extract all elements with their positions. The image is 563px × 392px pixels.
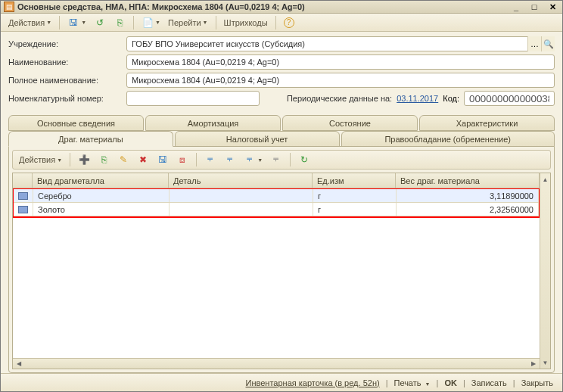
grid-clearfilter-button[interactable]: ⫧ [267, 151, 285, 168]
minimize-button[interactable]: _ [509, 2, 523, 12]
toolbar-save-button[interactable]: 🖫▼ [64, 14, 89, 31]
toolbar-report-button[interactable]: 📄▼ [138, 14, 163, 31]
periodic-date-link[interactable]: 03.11.2017 [397, 94, 438, 103]
titlebar: ▤ Основные средства, НМА, НПА: Микросхем… [1, 1, 562, 14]
toolbar-refresh-button[interactable]: ↺ [91, 14, 109, 31]
ok-button[interactable]: OK [441, 378, 460, 387]
name-field[interactable] [126, 54, 555, 70]
grid-refresh-button[interactable]: ↻ [295, 151, 313, 168]
help-button[interactable]: ? [281, 14, 297, 31]
grid: Вид драгметалла Деталь Ед.изм Вес драг. … [12, 173, 551, 369]
inventory-card-link[interactable]: Инвентарная карточка (в ред. 52н) [243, 378, 383, 387]
scroll-left-icon[interactable]: ◀ [14, 359, 23, 369]
row-icon [18, 192, 28, 200]
fullname-label: Полное наименование: [8, 76, 122, 85]
col-detail[interactable]: Деталь [169, 173, 313, 188]
tab-rights[interactable]: Правообладание (обременение) [341, 131, 555, 147]
grid-toggle-button[interactable]: ⧈ [173, 151, 191, 168]
tab-state[interactable]: Состояние [282, 115, 418, 131]
chevron-down-icon: ▼ [155, 20, 160, 25]
grid-filter2-button[interactable]: ⫧ [221, 151, 239, 168]
cell-unit: г [313, 189, 397, 202]
chevron-down-icon: ▼ [203, 20, 208, 25]
tabs: Основные сведения Амортизация Состояние … [1, 112, 562, 373]
col-icon[interactable] [13, 173, 33, 188]
window-title: Основные средства, НМА, НПА: Микросхема … [17, 2, 509, 11]
close-form-button[interactable]: Закрыть [518, 378, 556, 387]
select-button[interactable]: … [527, 36, 541, 51]
filter-icon: ⫧ [204, 154, 216, 166]
chevron-down-icon: ▼ [425, 381, 431, 387]
report-icon: 📄 [142, 17, 154, 29]
print-menu[interactable]: Печать ▼ [390, 378, 433, 387]
grid-rows: Серебро г 3,11890000 Золото г [13, 188, 540, 358]
chevron-down-icon: ▼ [81, 20, 86, 25]
delete-icon: ✖ [137, 154, 149, 166]
tab-row-2: Драг. материалы Налоговый учет Правообла… [8, 131, 555, 147]
goto-menu[interactable]: Перейти ▼ [165, 14, 211, 31]
org-field[interactable] [126, 36, 555, 51]
edit-icon: ✎ [117, 154, 129, 166]
scroll-right-icon[interactable]: ▶ [529, 359, 538, 369]
table-row[interactable]: Золото г 2,32560000 [14, 203, 539, 216]
grid-actions-menu[interactable]: Действия ▼ [16, 151, 65, 168]
col-unit[interactable]: Ед.изм [313, 173, 396, 188]
fullname-field[interactable] [126, 73, 555, 88]
cell-weight: 3,11890000 [397, 189, 539, 202]
tab-content: Действия ▼ ➕ ⎘ ✎ ✖ 🖫 ⧈ ⫧ ⫧ ⫧▼ ⫧ ↻ [8, 146, 555, 373]
filter-icon: ⫧ [224, 154, 236, 166]
actions-menu[interactable]: Действия ▼ [5, 14, 54, 31]
barcodes-button[interactable]: Штрихкоды [221, 14, 271, 31]
form-area: Учреждение: … 🔍 Наименование: Полное наи… [1, 32, 562, 112]
tab-main-info[interactable]: Основные сведения [8, 115, 144, 131]
row-icon [18, 206, 28, 213]
app-icon: ▤ [4, 2, 14, 12]
refresh-icon: ↻ [298, 154, 310, 166]
cell-unit: г [313, 203, 397, 216]
close-button[interactable]: ✕ [546, 2, 559, 12]
help-icon: ? [284, 17, 294, 28]
grid-toolbar: Действия ▼ ➕ ⎘ ✎ ✖ 🖫 ⧈ ⫧ ⫧ ⫧▼ ⫧ ↻ [12, 150, 551, 170]
cell-metal: Серебро [33, 189, 170, 202]
nomnum-label: Номенклатурный номер: [8, 94, 122, 103]
grid-add-button[interactable]: ➕ [75, 151, 93, 168]
nomnum-field[interactable] [126, 91, 260, 106]
filter-icon: ⫧ [244, 154, 256, 166]
code-label: Код: [443, 94, 459, 103]
maximize-button[interactable]: □ [527, 2, 541, 12]
tab-amortization[interactable]: Амортизация [145, 115, 281, 131]
cell-metal: Золото [33, 203, 170, 216]
grid-copy-button[interactable]: ⎘ [95, 151, 113, 168]
chevron-down-icon: ▼ [257, 157, 263, 163]
lookup-icon[interactable]: 🔍 [541, 36, 555, 51]
cell-detail [170, 203, 313, 216]
grid-header: Вид драгметалла Деталь Ед.изм Вес драг. … [13, 173, 540, 188]
main-toolbar: Действия ▼ 🖫▼ ↺ ⎘ 📄▼ Перейти ▼ Штрихкоды… [1, 14, 562, 32]
tab-precious-materials[interactable]: Драг. материалы [8, 131, 173, 147]
horizontal-scrollbar[interactable]: ◀ ▶ [13, 358, 540, 369]
scroll-down-icon[interactable]: ▼ [541, 358, 550, 367]
tab-tax-accounting[interactable]: Налоговый учет [175, 131, 340, 147]
table-row[interactable]: Серебро г 3,11890000 [14, 189, 539, 203]
highlight-box: Серебро г 3,11890000 Золото г [13, 188, 540, 218]
grid-actions-label: Действия [19, 155, 55, 164]
col-weight[interactable]: Вес драг. материала [396, 173, 540, 188]
code-field[interactable] [464, 91, 555, 106]
toggle-icon: ⧈ [176, 154, 188, 166]
tab-row-1: Основные сведения Амортизация Состояние … [8, 115, 555, 131]
name-label: Наименование: [8, 58, 122, 67]
grid-filter-button[interactable]: ⫧ [201, 151, 219, 168]
col-metal[interactable]: Вид драгметалла [33, 173, 169, 188]
save-icon: 🖫 [67, 17, 79, 29]
cell-detail [170, 189, 313, 202]
grid-edit-button[interactable]: ✎ [114, 151, 132, 168]
save-button[interactable]: Записать [468, 378, 510, 387]
scroll-up-icon[interactable]: ▲ [541, 175, 550, 184]
copy-icon: ⎘ [114, 17, 126, 29]
vertical-scrollbar[interactable]: ▲ ▼ [540, 173, 550, 369]
grid-delete-button[interactable]: ✖ [134, 151, 152, 168]
grid-save-button[interactable]: 🖫 [154, 151, 172, 168]
toolbar-copy-button[interactable]: ⎘ [110, 14, 129, 31]
grid-filter3-button[interactable]: ⫧▼ [241, 151, 266, 168]
tab-characteristics[interactable]: Характеристики [419, 115, 555, 131]
